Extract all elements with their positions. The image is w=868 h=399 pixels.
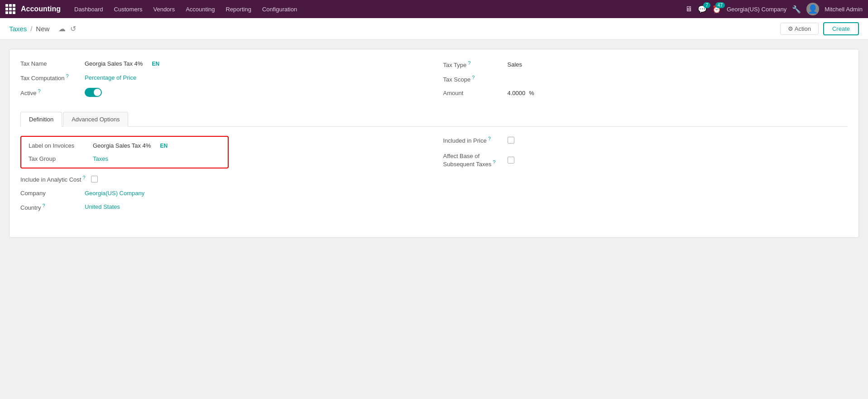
amount-value[interactable]: 4.0000 (508, 90, 526, 96)
user-name: Mitchell Admin (825, 6, 863, 13)
tab-col-right: Included in Price ? Affect Base of Subse… (443, 136, 848, 217)
support-icon-wrap[interactable]: 🖥 (685, 5, 692, 13)
country-field: Country ? United States (20, 203, 425, 211)
include-analytic-help[interactable]: ? (81, 175, 85, 180)
affect-base-help[interactable]: ? (491, 159, 495, 165)
active-field: Active ? (20, 88, 425, 97)
breadcrumb-actions: ⚙ Action Create (780, 22, 859, 35)
activity-icon-wrap[interactable]: ⏰ 47 (712, 5, 721, 14)
included-in-price-help[interactable]: ? (487, 136, 491, 141)
tax-type-help[interactable]: ? (466, 60, 470, 66)
tab-col-left: Label on Invoices Georgia Sales Tax 4% E… (20, 136, 425, 217)
breadcrumb-separator: / (30, 25, 32, 33)
label-on-invoices-label: Label on Invoices (29, 142, 87, 149)
tax-computation-label: Tax Computation ? (20, 73, 79, 82)
label-on-invoices-field: Label on Invoices Georgia Sales Tax 4% E… (29, 142, 221, 149)
tab-definition[interactable]: Definition (20, 112, 62, 127)
tax-scope-help[interactable]: ? (470, 75, 475, 80)
tax-computation-help[interactable]: ? (65, 73, 69, 79)
country-value[interactable]: United States (85, 203, 120, 210)
breadcrumb-icons: ☁ ↺ (58, 24, 76, 33)
included-in-price-checkbox[interactable] (508, 137, 514, 144)
breadcrumb-current: New (36, 25, 49, 33)
tabs-container: Definition Advanced Options (20, 111, 848, 127)
chat-icon-wrap[interactable]: 💬 7 (698, 5, 707, 14)
nav-brand[interactable]: Accounting (21, 5, 61, 13)
label-on-invoices-lang[interactable]: EN (160, 143, 168, 149)
apps-menu-button[interactable] (5, 4, 15, 14)
nav-item-accounting[interactable]: Accounting (181, 0, 219, 18)
user-avatar[interactable]: 👤 (806, 3, 819, 15)
activity-badge: 47 (715, 2, 725, 8)
tax-type-field: Tax Type ? Sales (443, 60, 848, 68)
breadcrumb: Taxes / New ☁ ↺ (9, 24, 76, 33)
tab-columns: Label on Invoices Georgia Sales Tax 4% E… (20, 136, 848, 217)
amount-unit: % (529, 90, 534, 96)
save-manually-icon[interactable]: ☁ (58, 24, 66, 33)
top-form-left: Tax Name Georgia Sales Tax 4% EN Tax Com… (20, 60, 425, 103)
action-button[interactable]: ⚙ Action (780, 23, 819, 35)
company-label: Company (20, 190, 79, 197)
top-form-right: Tax Type ? Sales Tax Scope ? Amount 4.00… (425, 60, 848, 103)
label-on-invoices-value[interactable]: Georgia Sales Tax 4% (93, 142, 151, 149)
chat-badge: 7 (703, 2, 710, 8)
tab-advanced-options[interactable]: Advanced Options (63, 112, 128, 127)
nav-item-vendors[interactable]: Vendors (149, 0, 179, 18)
support-icon: 🖥 (685, 5, 692, 13)
create-button[interactable]: Create (823, 22, 859, 35)
company-value[interactable]: Georgia(US) Company (85, 190, 144, 197)
nav-right-section: 🖥 💬 7 ⏰ 47 Georgia(US) Company 🔧 👤 Mitch… (685, 3, 863, 15)
tax-group-value[interactable]: Taxes (93, 155, 108, 162)
include-analytic-field: Include in Analytic Cost ? (20, 175, 425, 183)
main-content: Tax Name Georgia Sales Tax 4% EN Tax Com… (0, 40, 868, 399)
affect-base-label: Affect Base of Subsequent Taxes ? (443, 153, 502, 168)
affect-base-checkbox[interactable] (508, 157, 514, 163)
highlighted-fields-box: Label on Invoices Georgia Sales Tax 4% E… (20, 136, 229, 168)
nav-item-reporting[interactable]: Reporting (221, 0, 256, 18)
tax-scope-field: Tax Scope ? (443, 75, 848, 83)
tax-name-value[interactable]: Georgia Sales Tax 4% (85, 60, 143, 67)
tax-name-field: Tax Name Georgia Sales Tax 4% EN (20, 60, 425, 67)
tax-type-value[interactable]: Sales (508, 61, 523, 68)
tax-name-lang[interactable]: EN (152, 61, 159, 67)
amount-label: Amount (443, 90, 502, 96)
nav-item-customers[interactable]: Customers (110, 0, 147, 18)
tax-type-label: Tax Type ? (443, 60, 502, 68)
tax-computation-value[interactable]: Percentage of Price (85, 74, 136, 81)
tax-scope-label: Tax Scope ? (443, 75, 502, 83)
included-in-price-label: Included in Price ? (443, 136, 502, 144)
tabs: Definition Advanced Options (20, 111, 848, 126)
include-analytic-checkbox[interactable] (91, 176, 98, 183)
tax-computation-field: Tax Computation ? Percentage of Price (20, 73, 425, 82)
country-label: Country ? (20, 203, 79, 211)
top-navigation: Accounting Dashboard Customers Vendors A… (0, 0, 868, 18)
included-in-price-field: Included in Price ? (443, 136, 848, 144)
amount-field: Amount 4.0000 % (443, 90, 848, 96)
active-toggle[interactable] (85, 88, 102, 97)
discard-icon[interactable]: ↺ (70, 24, 76, 33)
active-label: Active ? (20, 88, 79, 96)
breadcrumb-parent[interactable]: Taxes (9, 25, 27, 33)
nav-item-dashboard[interactable]: Dashboard (70, 0, 108, 18)
settings-icon[interactable]: 🔧 (792, 5, 801, 14)
country-help[interactable]: ? (41, 203, 45, 208)
tax-name-label: Tax Name (20, 60, 79, 67)
breadcrumb-bar: Taxes / New ☁ ↺ ⚙ Action Create (0, 18, 868, 40)
company-field: Company Georgia(US) Company (20, 190, 425, 197)
nav-item-configuration[interactable]: Configuration (258, 0, 302, 18)
tab-content-definition: Label on Invoices Georgia Sales Tax 4% E… (20, 127, 848, 226)
tax-group-field: Tax Group Taxes (29, 155, 221, 162)
amount-row: 4.0000 % (508, 90, 534, 96)
company-name: Georgia(US) Company (727, 6, 786, 13)
form-card: Tax Name Georgia Sales Tax 4% EN Tax Com… (9, 49, 859, 238)
tax-group-label: Tax Group (29, 155, 87, 162)
affect-base-field: Affect Base of Subsequent Taxes ? (443, 153, 848, 168)
top-form: Tax Name Georgia Sales Tax 4% EN Tax Com… (20, 60, 848, 103)
include-analytic-label: Include in Analytic Cost ? (20, 175, 86, 183)
active-help[interactable]: ? (36, 88, 40, 94)
